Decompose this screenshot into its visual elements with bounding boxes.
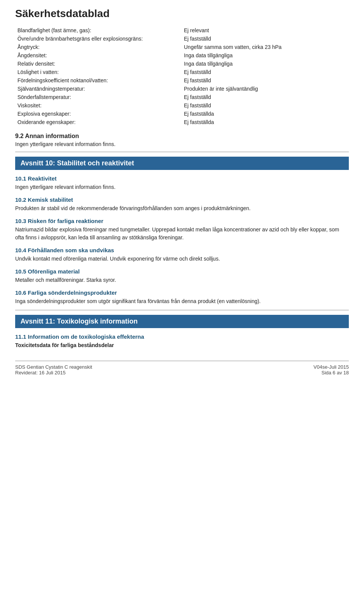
subsection-body-11.1: Toxicitetsdata för farliga beståndsdelar — [15, 341, 349, 349]
footer: SDS Gentian Cystatin C reagenskit Revide… — [15, 361, 349, 376]
subsection-body-10.5: Metaller och metallföreningar. Starka sy… — [15, 276, 349, 284]
prop-value: Ej fastställd — [182, 77, 348, 84]
section-912-heading: 9.2 Annan information — [15, 133, 349, 140]
footer-left: SDS Gentian Cystatin C reagenskit Revide… — [15, 364, 92, 376]
subsection-body-10.1: Ingen ytterligare relevant information f… — [15, 183, 349, 191]
subsection-body-10.2: Produkten är stabil vid de rekommenderad… — [15, 204, 349, 212]
prop-value: Produkten är inte självantändlig — [182, 85, 348, 93]
footer-page: Sida 6 av 18 — [314, 370, 349, 376]
subsection-title-10.4: 10.4 Förhållanden som ska undvikas — [15, 247, 349, 253]
prop-label: Ångtryck: — [16, 43, 182, 51]
prop-value: Ej relevant — [182, 27, 348, 34]
footer-product: SDS Gentian Cystatin C reagenskit — [15, 364, 92, 370]
section-11-subsections: 11.1 Information om de toxikologiska eff… — [15, 333, 349, 349]
prop-value: Inga data tillgängliga — [182, 52, 348, 59]
section-10-header: Avsnitt 10: Stabilitet och reaktivitet — [15, 157, 349, 170]
subsection-title-10.5: 10.5 Oförenliga material — [15, 268, 349, 275]
prop-label: Övre/undre brännbarhetsgräns eller explo… — [16, 35, 182, 42]
prop-label: Löslighet i vatten: — [16, 68, 182, 76]
prop-value: Ej fastställda — [182, 118, 348, 126]
subsection-body-10.3: Natriumazid bildar explosiva föreningar … — [15, 226, 349, 242]
prop-value: Inga data tillgängliga — [182, 60, 348, 68]
page-title: Säkerhetsdatablad — [15, 8, 349, 20]
prop-value: Ej fastställd — [182, 68, 348, 76]
footer-revised: Reviderat: 16 Juli 2015 — [15, 370, 92, 376]
prop-label: Relativ densitet: — [16, 60, 182, 68]
prop-value: Ej fastställd — [182, 35, 348, 42]
divider-1 — [15, 152, 349, 152]
prop-value: Ungefär samma som vatten, cirka 23 hPa — [182, 43, 348, 51]
subsection-title-10.3: 10.3 Risken för farliga reaktioner — [15, 218, 349, 224]
prop-label: Oxiderande egenskaper: — [16, 118, 182, 126]
footer-right: V04se-Juli 2015 Sida 6 av 18 — [314, 364, 349, 376]
prop-label: Viskositet: — [16, 102, 182, 109]
subsection-body-10.4: Undvik kontakt med oförenliga material. … — [15, 255, 349, 263]
section-912: 9.2 Annan information Ingen ytterligare … — [15, 133, 349, 147]
section-11-header: Avsnitt 11: Toxikologisk information — [15, 315, 349, 328]
prop-label: Självantändningstemperatur: — [16, 85, 182, 93]
subsection-body-10.6: Inga sönderdelningsprodukter som utgör s… — [15, 297, 349, 305]
section-11: Avsnitt 11: Toxikologisk information 11.… — [15, 315, 349, 349]
properties-table: Blandfarlighet (fast ämne, gas):Ej relev… — [15, 26, 349, 127]
section-912-body: Ingen ytterligare relevant information f… — [15, 141, 349, 147]
prop-value: Ej fastställd — [182, 93, 348, 101]
section-10-subsections: 10.1 ReaktivitetIngen ytterligare releva… — [15, 175, 349, 305]
divider-2 — [15, 310, 349, 310]
prop-label: Ångdensitet: — [16, 52, 182, 59]
prop-value: Ej fastställd — [182, 102, 348, 109]
section-10: Avsnitt 10: Stabilitet och reaktivitet 1… — [15, 157, 349, 305]
prop-value: Ej fastställda — [182, 110, 348, 118]
subsection-title-11.1: 11.1 Information om de toxikologiska eff… — [15, 333, 349, 340]
subsection-title-10.2: 10.2 Kemisk stabilitet — [15, 196, 349, 203]
prop-label: Blandfarlighet (fast ämne, gas): — [16, 27, 182, 34]
subsection-title-10.6: 10.6 Farliga sönderdelningsprodukter — [15, 289, 349, 296]
prop-label: Sönderfallstemperatur: — [16, 93, 182, 101]
subsection-title-10.1: 10.1 Reaktivitet — [15, 175, 349, 182]
prop-label: Explosiva egenskaper: — [16, 110, 182, 118]
prop-label: Fördelningskoefficient noktanol/vatten: — [16, 77, 182, 84]
footer-version: V04se-Juli 2015 — [314, 364, 349, 370]
